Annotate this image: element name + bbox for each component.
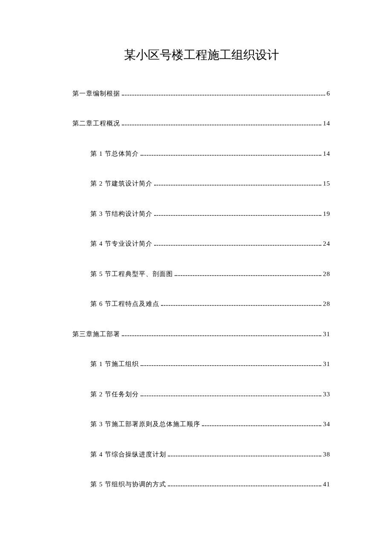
toc-page-number: 34 (323, 421, 330, 428)
toc-entry: 第 5 节工程典型平、剖面图 28 (72, 269, 330, 278)
toc-label: 第一章编制根据 (72, 90, 120, 98)
toc-entry: 第 1 节总体简介 14 (72, 149, 330, 158)
toc-label: 第 2 节任务划分 (90, 390, 139, 398)
toc-label: 第 4 节专业设计简介 (90, 240, 153, 248)
table-of-contents: 第一章编制根据 6 第二章工程概况 14 第 1 节总体简介 14 第 2 节建… (72, 89, 330, 488)
toc-page-number: 19 (323, 210, 330, 218)
toc-page-number: 38 (323, 451, 330, 458)
toc-entry: 第 1 节施工组织 31 (72, 360, 330, 369)
page-title: 某小区号楼工程施工组织设计 (72, 47, 330, 63)
toc-page-number: 31 (323, 331, 330, 338)
toc-label: 第 3 节结构设计简介 (90, 210, 153, 218)
toc-entry: 第三章施工部署 31 (72, 329, 330, 338)
toc-leader-dots (122, 329, 321, 336)
toc-label: 第 5 节组织与协调的方式 (90, 480, 166, 488)
toc-leader-dots (141, 149, 321, 156)
toc-label: 第 4 节综合操纵进度计划 (90, 450, 166, 459)
toc-leader-dots (122, 119, 321, 126)
toc-page-number: 33 (323, 391, 330, 398)
toc-page-number: 14 (323, 120, 330, 127)
toc-page-number: 28 (323, 270, 330, 278)
toc-page-number: 15 (323, 180, 330, 187)
toc-page-number: 31 (323, 360, 330, 368)
toc-label: 第三章施工部署 (72, 330, 120, 338)
toc-entry: 第 2 节建筑设计简介 15 (72, 179, 330, 188)
toc-leader-dots (141, 360, 321, 366)
toc-leader-dots (168, 450, 321, 456)
toc-page-number: 6 (327, 90, 331, 97)
toc-leader-dots (168, 480, 321, 487)
toc-label: 第 2 节建筑设计简介 (90, 180, 153, 188)
toc-label: 第 1 节总体简介 (90, 150, 139, 158)
toc-leader-dots (175, 269, 321, 276)
toc-entry: 第一章编制根据 6 (72, 89, 330, 98)
toc-label: 第 5 节工程典型平、剖面图 (90, 270, 173, 278)
toc-page-number: 24 (323, 240, 330, 247)
toc-leader-dots (202, 420, 321, 427)
toc-page-number: 41 (323, 481, 330, 488)
toc-entry: 第二章工程概况 14 (72, 119, 330, 128)
toc-leader-dots (161, 299, 321, 306)
toc-entry: 第 6 节工程特点及难点 28 (72, 299, 330, 308)
toc-label: 第 6 节工程特点及难点 (90, 300, 159, 308)
toc-entry: 第 4 节综合操纵进度计划 38 (72, 450, 330, 459)
toc-entry: 第 5 节组织与协调的方式 41 (72, 480, 330, 489)
toc-page-number: 28 (323, 300, 330, 308)
toc-label: 第 1 节施工组织 (90, 360, 139, 368)
toc-page-number: 14 (323, 150, 330, 157)
toc-entry: 第 3 节结构设计简介 19 (72, 209, 330, 218)
document-page: 某小区号楼工程施工组织设计 第一章编制根据 6 第二章工程概况 14 第 1 节… (0, 0, 392, 555)
toc-entry: 第 3 节施工部署原则及总体施工顺序 34 (72, 420, 330, 429)
toc-leader-dots (154, 209, 321, 216)
toc-label: 第 3 节施工部署原则及总体施工顺序 (90, 420, 200, 428)
toc-leader-dots (141, 389, 321, 396)
toc-entry: 第 4 节专业设计简介 24 (72, 239, 330, 248)
toc-leader-dots (154, 239, 321, 246)
toc-entry: 第 2 节任务划分 33 (72, 389, 330, 398)
toc-label: 第二章工程概况 (72, 119, 120, 128)
toc-leader-dots (154, 179, 321, 186)
toc-leader-dots (122, 89, 325, 96)
